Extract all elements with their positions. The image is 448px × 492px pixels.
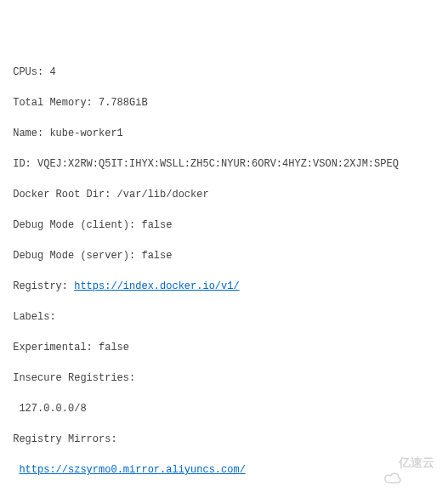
memory-line: Total Memory: 7.788GiB: [7, 95, 441, 110]
registry-link[interactable]: https://index.docker.io/v1/: [74, 280, 239, 292]
labels-line: Labels:: [7, 309, 441, 325]
insecure-registries-value: 127.0.0.0/8: [7, 401, 441, 416]
insecure-registries-line: Insecure Registries:: [7, 370, 441, 386]
mirror-indent: [7, 464, 19, 476]
id-line: ID: VQEJ:X2RW:Q5IT:IHYX:WSLL:ZH5C:NYUR:6…: [7, 156, 441, 172]
registry-mirrors-line: Registry Mirrors:: [7, 432, 441, 447]
debug-server-line: Debug Mode (server): false: [7, 248, 441, 263]
hostname-line: Name: kube-worker1: [7, 126, 441, 141]
registry-line: Registry: https://index.docker.io/v1/: [7, 279, 441, 294]
mirror-link[interactable]: https://szsyrmo0.mirror.aliyuncs.com/: [19, 464, 245, 476]
docker-root-line: Docker Root Dir: /var/lib/docker: [7, 187, 441, 202]
registry-label: Registry:: [7, 280, 74, 292]
mirror-line: https://szsyrmo0.mirror.aliyuncs.com/: [7, 462, 441, 478]
debug-client-line: Debug Mode (client): false: [7, 218, 441, 233]
cpus-line: CPUs: 4: [7, 65, 441, 80]
experimental-line: Experimental: false: [7, 340, 441, 355]
